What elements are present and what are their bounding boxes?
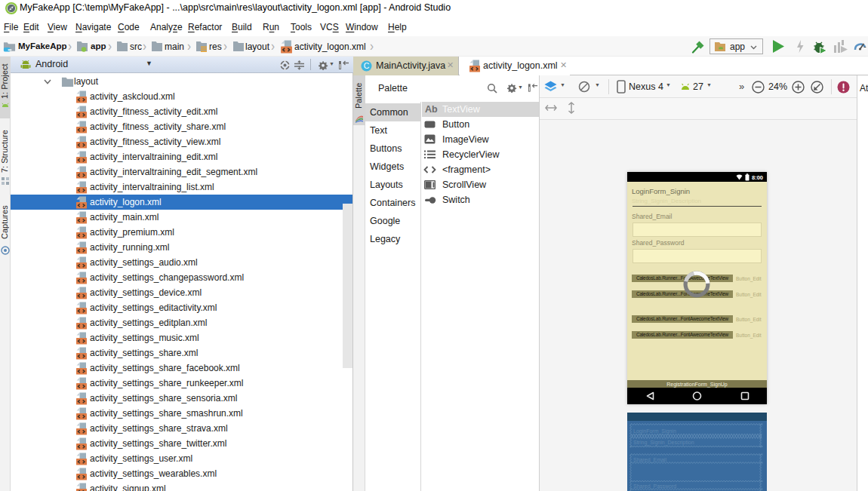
svg-text:Shared_Email: Shared_Email: [633, 457, 666, 463]
svg-text:C: C: [364, 61, 370, 70]
svg-text:String_Signin_Description: String_Signin_Description: [633, 440, 694, 446]
svg-text:LoginForm_Signin: LoginForm_Signin: [633, 428, 676, 434]
svg-text:Shared_Password: Shared_Password: [633, 483, 676, 489]
